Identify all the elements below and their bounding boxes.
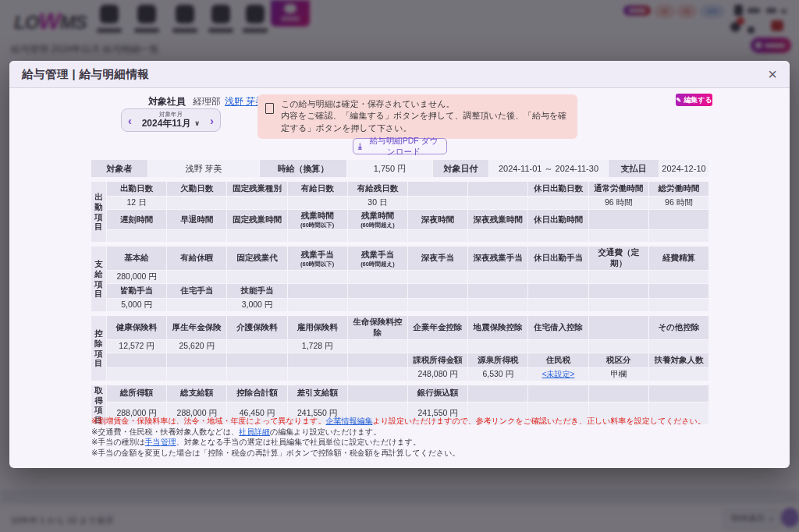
field-label: その他控除 [649,316,708,339]
field-label: 銀行振込額 [408,385,467,402]
field-label [167,353,226,367]
field-label: 源泉所得税 [468,353,527,367]
field-label: 扶養対象人数 [649,353,708,367]
field-label: 生命保険料控除 [348,316,407,339]
field-value: 3,000 円 [227,299,286,311]
field-value: 25,620 円 [167,340,226,353]
field-label: 企業年金控除 [408,316,467,339]
footnote-link[interactable]: 企業情報編集 [326,417,373,425]
field-value [348,299,407,311]
field-value [649,230,708,242]
field-label: 税区分 [589,353,648,367]
field-value [468,230,527,242]
summary-value: 2024-12-10 [659,160,708,177]
field-label: 通常労働時間 [589,182,648,196]
field-label [528,284,588,298]
field-value: 甲欄 [589,368,648,381]
field-label: 休日出勤手当 [528,246,588,270]
close-icon[interactable]: × [768,66,777,82]
field-label: 住民税 [528,353,588,367]
target-employee-line: 対象社員経理部浅野 芽美 [148,95,265,108]
field-value [227,340,286,353]
field-label [288,284,347,298]
field-value [408,299,467,311]
field-value [589,271,648,283]
field-label: 差引支給額 [288,385,347,402]
edit-button[interactable]: ✎編集する [676,94,712,106]
field-label: 交通費（定期） [589,246,648,270]
field-value [167,197,226,209]
field-value [528,230,588,242]
field-label: 有給休暇 [167,246,226,270]
field-value: 30 日 [348,197,407,209]
field-label [348,353,407,367]
prev-month-button[interactable]: ‹ [128,115,132,126]
field-value [348,340,407,353]
document-icon [265,103,274,114]
field-value [227,230,286,242]
field-value [227,197,286,209]
field-value [649,368,708,381]
pay-section: 控除項目健康保険料厚生年金保険介護保険料雇用保険料生命保険料控除企業年金控除地震… [91,316,708,381]
field-value [468,299,527,311]
field-label [589,210,648,229]
field-value [288,197,347,209]
alert-line2: 内容をご確認、「編集する」ボタンを押して、調整頂いた後、「給与を確定する」ボタン… [281,110,571,134]
edit-button-label: 編集する [684,95,712,105]
modal-body: 対象社員経理部浅野 芽美 ‹ 対象年月 2024年11月∨ › この給与明細は確… [9,88,790,468]
field-label: 深夜残業手当 [468,246,527,270]
field-value: 96 時間 [649,197,708,209]
field-value: 280,000 円 [107,271,166,283]
field-value: 6,530 円 [468,368,527,381]
footnote: ※手当の金額を変更した場合は「控除・税金の再計算」ボタンで控除額・税金額を再計算… [91,448,669,459]
field-label [468,182,527,196]
field-label [528,385,588,402]
field-value [589,340,648,353]
field-label: 雇用保険料 [288,316,347,339]
field-value-link[interactable]: <未設定> [542,369,575,380]
footnote-link[interactable]: 社員詳細 [239,427,270,436]
unsaved-alert: この給与明細は確定・保存されていません。 内容をご確認、「編集する」ボタンを押し… [257,94,577,139]
field-label: 経費精算 [649,246,708,270]
field-value [408,230,467,242]
field-label [408,284,467,298]
pdf-button-label: 給与明細PDF ダウンロード [366,136,442,158]
field-value [348,368,407,381]
pdf-download-button[interactable]: ⤓給与明細PDF ダウンロード [353,138,447,154]
target-month-selector: ‹ 対象年月 2024年11月∨ › [121,108,221,132]
field-value: <未設定> [528,368,588,381]
field-label [649,385,708,402]
field-label: 皆勤手当 [107,284,166,298]
field-label: 課税所得金額 [408,353,467,367]
field-value [408,197,467,209]
pay-section: 出勤項目出勤日数欠勤日数固定残業種別有給日数有給残日数休日出勤日数通常労働時間総… [91,182,708,242]
field-value: 1,728 円 [288,340,347,353]
field-value [649,299,708,311]
field-label [468,284,527,298]
summary-value: 1,750 円 [347,160,432,177]
month-dropdown[interactable]: 対象年月 2024年11月∨ [142,111,201,129]
field-label [589,284,648,298]
field-label: 休日出勤日数 [528,182,588,196]
field-label: 厚生年金保険 [167,316,226,339]
field-value [468,340,527,353]
salary-detail-modal: 給与管理 | 給与明細情報 × 対象社員経理部浅野 芽美 ‹ 対象年月 2024… [9,61,790,468]
field-value [589,299,648,311]
field-label: 総支給額 [167,385,226,402]
field-label: 出勤日数 [107,182,166,196]
field-value [227,368,286,381]
field-label: 控除合計額 [227,385,286,402]
footnotes: ※割増賃金・保険料率は、法令・地域・年度によって異なります。企業情報編集より設定… [91,416,669,458]
footnote-link[interactable]: 手当管理 [145,438,176,446]
field-label: 介護保険料 [227,316,286,339]
field-label: 技能手当 [227,284,286,298]
download-icon: ⤓ [358,141,362,151]
field-value [167,230,226,242]
field-value [348,271,407,283]
field-label [649,284,708,298]
field-value [167,299,226,311]
field-label [468,385,527,402]
field-label [348,385,407,402]
field-label [649,210,708,229]
next-month-button[interactable]: › [210,115,214,126]
